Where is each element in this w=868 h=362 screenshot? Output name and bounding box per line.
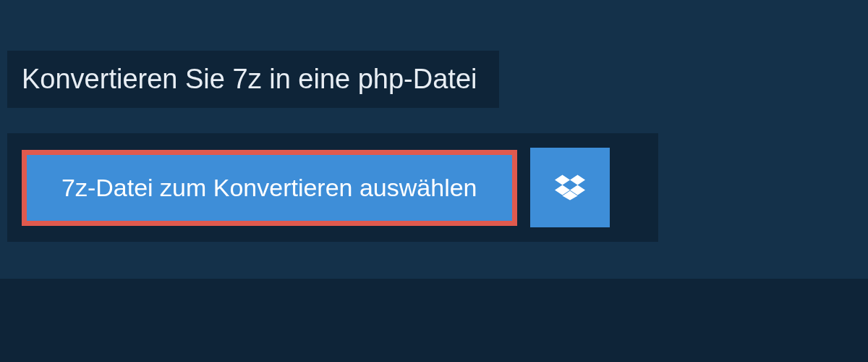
bottom-strip bbox=[0, 279, 868, 362]
header-bar: Konvertieren Sie 7z in eine php-Datei bbox=[7, 51, 499, 108]
select-file-highlight: 7z-Datei zum Konvertieren auswählen bbox=[22, 150, 517, 226]
dropbox-icon bbox=[555, 172, 585, 203]
dropbox-button[interactable] bbox=[530, 148, 610, 227]
page-title: Konvertieren Sie 7z in eine php-Datei bbox=[22, 64, 477, 95]
select-file-button-label: 7z-Datei zum Konvertieren auswählen bbox=[61, 174, 477, 202]
select-file-button[interactable]: 7z-Datei zum Konvertieren auswählen bbox=[27, 155, 512, 221]
upload-panel: 7z-Datei zum Konvertieren auswählen bbox=[7, 133, 658, 242]
